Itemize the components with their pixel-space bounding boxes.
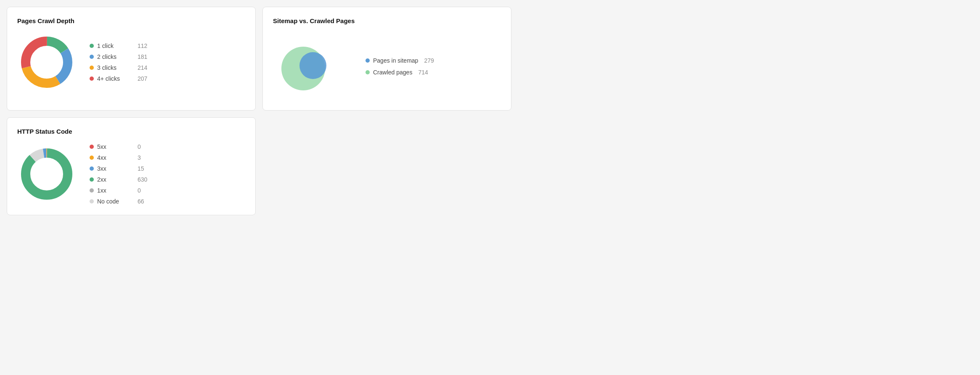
sitemap-label-crawled: Crawled pages — [373, 69, 412, 76]
segment-2xx — [26, 153, 68, 195]
dot-2clicks — [90, 55, 94, 59]
label-2xx: 2xx — [97, 176, 131, 183]
dot-2xx — [90, 177, 94, 182]
legend-item-3clicks: 3 clicks 214 — [90, 64, 147, 71]
crawl-depth-title: Pages Crawl Depth — [17, 17, 245, 24]
value-1click: 112 — [138, 42, 147, 49]
dot-4xx — [90, 156, 94, 160]
label-5xx: 5xx — [97, 143, 131, 150]
dot-4plus-clicks — [90, 77, 94, 81]
http-status-title: HTTP Status Code — [17, 128, 245, 135]
legend-item-2clicks: 2 clicks 181 — [90, 53, 147, 60]
sitemap-dot-crawled — [366, 70, 370, 74]
crawl-depth-donut — [17, 33, 76, 92]
sitemap-legend: Pages in sitemap 279 Crawled pages 714 — [366, 57, 434, 76]
venn-sitemap — [299, 52, 326, 79]
http-status-svg — [17, 145, 76, 203]
dot-3xx — [90, 166, 94, 171]
label-3xx: 3xx — [97, 165, 131, 172]
http-status-legend: 5xx 0 4xx 3 3xx 15 2xx 630 — [90, 143, 147, 205]
label-3clicks: 3 clicks — [97, 64, 131, 71]
value-4xx: 3 — [138, 154, 141, 161]
label-4plus-clicks: 4+ clicks — [97, 75, 131, 82]
dot-1xx — [90, 188, 94, 193]
sitemap-card: Sitemap vs. Crawled Pages Pages in sitem… — [262, 7, 511, 111]
value-3xx: 15 — [138, 165, 144, 172]
dot-1click — [90, 44, 94, 48]
empty-cell — [262, 117, 511, 215]
legend-item-3xx: 3xx 15 — [90, 165, 147, 172]
sitemap-chart-container: Pages in sitemap 279 Crawled pages 714 — [273, 33, 501, 100]
value-1xx: 0 — [138, 187, 141, 194]
http-status-donut — [17, 145, 76, 203]
crawl-depth-card: Pages Crawl Depth — [7, 7, 256, 111]
sitemap-svg — [273, 33, 340, 100]
dashboard-grid: Pages Crawl Depth — [7, 7, 511, 215]
legend-item-1xx: 1xx 0 — [90, 187, 147, 194]
label-nocode: No code — [97, 198, 131, 205]
legend-item-nocode: No code 66 — [90, 198, 147, 205]
sitemap-dot-pages — [366, 58, 370, 63]
sitemap-label-pages: Pages in sitemap — [373, 57, 418, 64]
label-2clicks: 2 clicks — [97, 53, 131, 60]
sitemap-value-pages: 279 — [424, 57, 434, 64]
value-4plus-clicks: 207 — [138, 75, 147, 82]
value-5xx: 0 — [138, 143, 141, 150]
dot-3clicks — [90, 66, 94, 70]
label-4xx: 4xx — [97, 154, 131, 161]
label-1xx: 1xx — [97, 187, 131, 194]
value-2xx: 630 — [138, 176, 147, 183]
dot-5xx — [90, 145, 94, 149]
crawl-depth-svg — [17, 33, 76, 92]
http-status-chart-container: 5xx 0 4xx 3 3xx 15 2xx 630 — [17, 143, 245, 205]
http-status-card: HTTP Status Code — [7, 117, 256, 215]
crawl-depth-chart-container: 1 click 112 2 clicks 181 3 clicks 214 4+… — [17, 33, 245, 92]
label-1click: 1 click — [97, 42, 131, 49]
crawl-depth-legend: 1 click 112 2 clicks 181 3 clicks 214 4+… — [90, 42, 147, 82]
legend-item-5xx: 5xx 0 — [90, 143, 147, 150]
sitemap-value-crawled: 714 — [418, 69, 428, 76]
legend-item-2xx: 2xx 630 — [90, 176, 147, 183]
sitemap-venn — [273, 33, 340, 100]
legend-item-1click: 1 click 112 — [90, 42, 147, 49]
legend-item-4xx: 4xx 3 — [90, 154, 147, 161]
legend-item-4plus: 4+ clicks 207 — [90, 75, 147, 82]
value-nocode: 66 — [138, 198, 144, 205]
sitemap-legend-item-crawled: Crawled pages 714 — [366, 69, 434, 76]
value-3clicks: 214 — [138, 64, 147, 71]
sitemap-legend-item-pages: Pages in sitemap 279 — [366, 57, 434, 64]
sitemap-title: Sitemap vs. Crawled Pages — [273, 17, 501, 24]
dot-nocode — [90, 199, 94, 203]
value-2clicks: 181 — [138, 53, 147, 60]
